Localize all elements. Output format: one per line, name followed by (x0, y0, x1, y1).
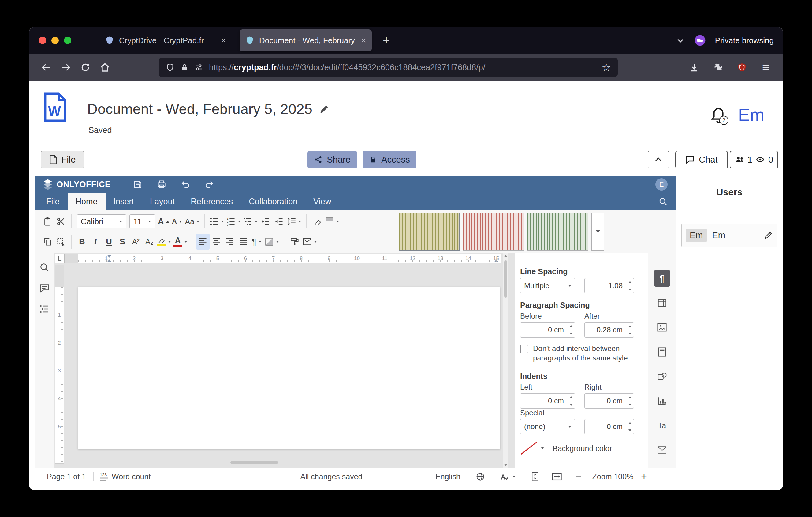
paragraph-shading-button[interactable] (263, 234, 280, 250)
list-all-tabs-chevron-icon[interactable] (676, 36, 685, 45)
indent-left-input[interactable]: 0 cm (520, 393, 575, 409)
collaborator-avatar[interactable]: E (655, 178, 668, 191)
indent-right-input[interactable]: 0 cm (584, 393, 634, 409)
window-minimize-button[interactable] (51, 37, 59, 44)
change-case-button[interactable]: Aa (184, 214, 201, 229)
zoom-out-button[interactable]: − (576, 468, 582, 485)
spinner-arrows[interactable] (626, 323, 634, 337)
scrollbar-thumb[interactable] (504, 260, 507, 298)
subscript-button[interactable]: A₂ (143, 234, 156, 250)
document-page[interactable] (78, 287, 500, 449)
lock-icon[interactable] (180, 63, 189, 72)
menu-view[interactable]: View (305, 193, 339, 210)
language-selector[interactable]: English (435, 468, 461, 485)
align-right-button[interactable] (223, 234, 236, 250)
increase-indent-button[interactable] (272, 214, 286, 229)
window-close-button[interactable] (39, 37, 46, 44)
cut-scissors-button[interactable] (54, 214, 68, 229)
nonprinting-characters-button[interactable]: ¶ (250, 234, 263, 250)
scroll-up-arrow[interactable] (504, 255, 508, 257)
set-language-globe-icon[interactable] (476, 468, 485, 485)
line-spacing-amount-input[interactable]: 1.08 (584, 278, 634, 293)
access-button[interactable]: Access (362, 151, 416, 168)
zoom-in-button[interactable]: + (641, 468, 647, 485)
close-tab-icon[interactable]: × (221, 36, 226, 45)
permissions-sliders-icon[interactable] (194, 63, 203, 72)
header-footer-settings-icon[interactable] (654, 344, 670, 360)
bold-button[interactable]: B (75, 234, 89, 250)
menu-file[interactable]: File (38, 193, 68, 210)
align-center-button[interactable] (210, 234, 223, 250)
word-count-button[interactable]: 123 Word count (99, 468, 150, 485)
styles-gallery-expand-button[interactable] (591, 213, 604, 250)
file-menu-button[interactable]: File (41, 151, 84, 168)
url-text[interactable]: https://cryptpad.fr/doc/#/3/doc/edit/ff0… (209, 63, 596, 72)
left-indent-marker[interactable] (107, 260, 112, 263)
font-color-button[interactable]: A (172, 234, 188, 250)
special-amount-input[interactable]: 0 cm (584, 419, 634, 434)
decrease-font-button[interactable]: A (170, 214, 184, 229)
table-settings-icon[interactable] (654, 295, 670, 311)
url-bar[interactable]: https://cryptpad.fr/doc/#/3/doc/edit/ff0… (159, 58, 618, 77)
line-spacing-button[interactable] (286, 214, 302, 229)
mail-merge-settings-icon[interactable] (654, 442, 670, 458)
font-name-select[interactable]: Calibri (77, 214, 126, 228)
paragraph-settings-icon[interactable]: ¶ (654, 270, 670, 287)
increase-font-button[interactable]: A (157, 214, 170, 229)
highlight-color-button[interactable] (156, 234, 172, 250)
print-icon[interactable] (157, 180, 167, 189)
zoom-level[interactable]: Zoom 100% (588, 468, 637, 485)
menu-layout[interactable]: Layout (142, 193, 183, 210)
shading-button[interactable] (324, 214, 341, 229)
bullet-list-button[interactable] (208, 214, 225, 229)
comments-icon[interactable] (39, 283, 50, 293)
rename-pencil-icon[interactable] (319, 104, 329, 114)
select-all-button[interactable] (54, 234, 68, 250)
fit-width-button[interactable] (552, 468, 562, 485)
tab-cryptdrive[interactable]: CryptDrive - CryptPad.fr × (99, 29, 232, 51)
line-spacing-select[interactable]: Multiple (520, 278, 575, 293)
superscript-button[interactable]: A² (129, 234, 143, 250)
spinner-arrows[interactable] (567, 323, 575, 337)
chart-settings-icon[interactable] (654, 393, 670, 409)
ublock-shield-icon[interactable] (732, 58, 752, 77)
font-size-select[interactable]: 11 (129, 214, 155, 228)
copy-style-button[interactable] (288, 234, 301, 250)
special-select[interactable]: (none) (520, 419, 575, 434)
vertical-scrollbar[interactable] (503, 253, 508, 468)
menu-home[interactable]: Home (68, 193, 106, 210)
downloads-icon[interactable] (685, 58, 704, 77)
strikethrough-button[interactable]: S (116, 234, 129, 250)
image-settings-icon[interactable] (654, 319, 670, 336)
spell-check-button[interactable] (500, 468, 516, 485)
fit-page-button[interactable] (531, 468, 540, 485)
spinner-arrows[interactable] (626, 393, 634, 408)
tab-document[interactable]: Document - Wed, February 5, 2 × (239, 29, 372, 51)
user-list-item[interactable]: Em Em (682, 224, 777, 247)
mail-merge-button[interactable] (301, 234, 318, 250)
forward-icon[interactable] (56, 58, 76, 77)
spacing-after-input[interactable]: 0.28 cm (584, 322, 634, 337)
bookmark-star-icon[interactable]: ☆ (602, 61, 611, 74)
close-tab-icon[interactable]: × (361, 36, 366, 45)
right-indent-marker[interactable] (494, 260, 499, 263)
horizontal-ruler[interactable]: 123456789101112131415 (65, 253, 501, 264)
no-interval-checkbox[interactable] (520, 345, 528, 353)
horizontal-scrollbar[interactable] (230, 461, 278, 464)
undo-icon[interactable] (180, 180, 190, 189)
search-icon[interactable] (659, 197, 668, 206)
style-preview-normal[interactable] (399, 213, 460, 250)
menu-insert[interactable]: Insert (106, 193, 142, 210)
reload-icon[interactable] (76, 58, 95, 77)
style-preview-no-spacing[interactable] (463, 213, 524, 250)
extensions-puzzle-icon[interactable] (708, 58, 728, 77)
find-icon[interactable] (39, 262, 50, 273)
participants-button[interactable]: 1 0 (730, 151, 778, 168)
multilevel-list-button[interactable] (242, 214, 259, 229)
spinner-arrows[interactable] (626, 419, 634, 434)
redo-icon[interactable] (204, 180, 214, 189)
numbered-list-button[interactable]: 123 (225, 214, 242, 229)
spinner-arrows[interactable] (567, 393, 575, 408)
clear-formatting-button[interactable] (310, 214, 324, 229)
back-icon[interactable] (36, 58, 56, 77)
